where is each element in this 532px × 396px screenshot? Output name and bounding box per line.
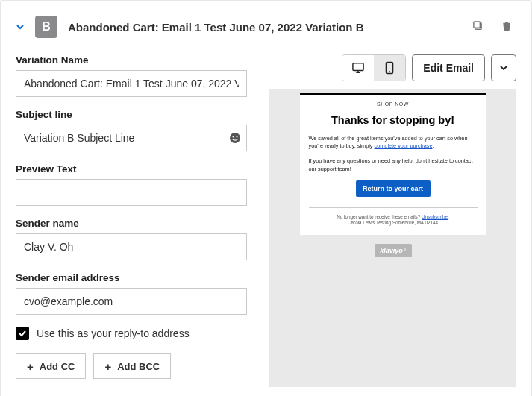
sender-name-input[interactable] [16, 233, 247, 260]
collapse-toggle[interactable] [16, 22, 25, 31]
email-preview-pane: SHOP NOW Thanks for stopping by! We save… [269, 89, 516, 387]
mobile-preview-button[interactable] [374, 55, 405, 81]
preview-device-toggle [342, 54, 406, 81]
add-cc-label: Add CC [40, 361, 75, 372]
variation-name-label: Variation Name [16, 54, 247, 66]
sender-name-label: Sender name [16, 218, 247, 229]
klaviyo-logo: klaviyo [375, 244, 412, 257]
add-bcc-button[interactable]: + Add BCC [93, 353, 171, 379]
emoji-picker-icon[interactable] [229, 132, 241, 144]
preview-nav-link: SHOP NOW [309, 101, 478, 107]
divider [309, 207, 478, 208]
preview-footer: No longer want to receive these emails? … [309, 214, 478, 226]
email-preview-card: SHOP NOW Thanks for stopping by! We save… [300, 93, 486, 235]
svg-rect-1 [474, 22, 480, 28]
preview-text-label: Preview Text [16, 163, 247, 175]
duplicate-icon[interactable] [472, 20, 484, 34]
desktop-preview-button[interactable] [342, 55, 374, 81]
sender-email-label: Sender email address [16, 272, 247, 283]
preview-paragraph-2: If you have any questions or need any he… [309, 157, 478, 172]
variation-name-input[interactable] [16, 70, 247, 97]
complete-purchase-link: complete your purchase [375, 142, 433, 149]
reply-to-label: Use this as your reply-to address [37, 327, 190, 339]
plus-icon: + [27, 361, 34, 372]
card-title: Abandoned Cart: Email 1 Test June 07, 20… [68, 21, 462, 34]
add-bcc-label: Add BCC [117, 361, 160, 372]
card-header: B Abandoned Cart: Email 1 Test June 07, … [16, 16, 516, 38]
plus-icon: + [104, 361, 111, 372]
edit-email-button[interactable]: Edit Email [412, 54, 485, 81]
preview-headline: Thanks for stopping by! [309, 114, 478, 126]
preview-text-input[interactable] [16, 179, 247, 206]
preview-paragraph-1: We saved all of the great items you've a… [309, 135, 478, 150]
preview-cta-button: Return to your cart [356, 180, 431, 197]
variation-badge: B [35, 16, 57, 38]
svg-rect-5 [353, 63, 363, 71]
sender-email-input[interactable] [16, 288, 247, 315]
unsubscribe-link: Unsubscribe [422, 214, 448, 219]
trash-icon[interactable] [501, 20, 512, 34]
svg-point-7 [389, 71, 390, 72]
svg-point-4 [237, 136, 238, 138]
svg-point-2 [230, 133, 240, 143]
reply-to-checkbox[interactable] [16, 327, 29, 340]
subject-line-label: Subject line [16, 109, 247, 120]
add-cc-button[interactable]: + Add CC [16, 353, 86, 379]
more-actions-button[interactable] [491, 54, 516, 81]
subject-line-input[interactable] [16, 125, 247, 151]
svg-point-3 [233, 136, 234, 138]
